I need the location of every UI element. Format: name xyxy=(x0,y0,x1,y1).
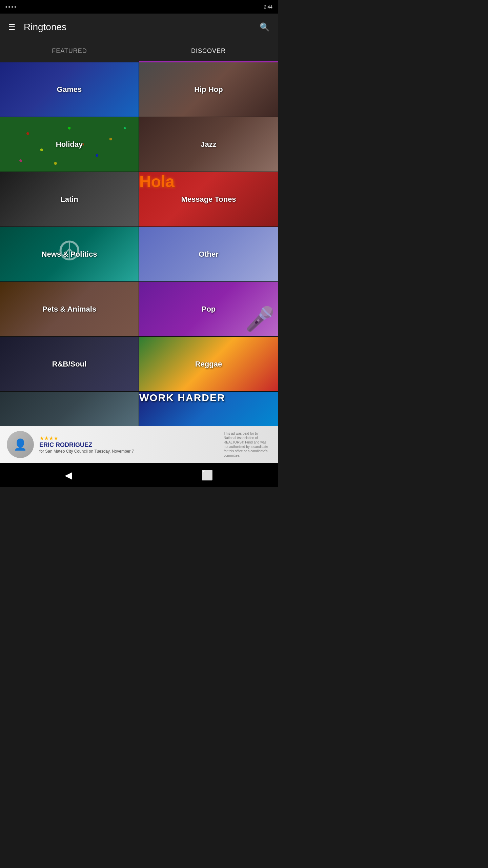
list-item[interactable] xyxy=(0,392,139,426)
list-item[interactable]: Pets & Animals xyxy=(0,282,139,336)
category-label: Jazz xyxy=(139,117,278,172)
tab-discover[interactable]: DISCOVER xyxy=(139,41,278,62)
list-item[interactable]: Hip Hop xyxy=(139,62,278,117)
menu-icon[interactable]: ☰ xyxy=(5,20,18,35)
category-label: Reggae xyxy=(139,337,278,391)
ad-person-name: ERIC RODRIGUEZ xyxy=(39,441,218,449)
ad-subtitle: for San Mateo City Council on Tuesday, N… xyxy=(39,449,218,454)
category-label: Pets & Animals xyxy=(0,282,139,336)
ad-banner[interactable]: 👤 ★★★★ ERIC RODRIGUEZ for San Mateo City… xyxy=(0,426,278,463)
list-item[interactable]: Reggae xyxy=(139,337,278,391)
list-item[interactable]: 🎤 Pop xyxy=(139,282,278,336)
tab-bar: FEATURED DISCOVER xyxy=(0,41,278,62)
category-label: Games xyxy=(0,62,139,117)
category-label: News & Politics xyxy=(0,227,139,281)
list-item[interactable]: Other xyxy=(139,227,278,281)
list-item[interactable]: R&B/Soul xyxy=(0,337,139,391)
category-label: Pop xyxy=(139,282,278,336)
list-item[interactable]: WORK HARDER xyxy=(139,392,278,426)
list-item[interactable]: Hola Message Tones xyxy=(139,172,278,226)
ad-content: 👤 ★★★★ ERIC RODRIGUEZ for San Mateo City… xyxy=(0,426,278,463)
list-item[interactable]: Latin xyxy=(0,172,139,226)
category-label: R&B/Soul xyxy=(0,337,139,391)
category-label: Hip Hop xyxy=(139,62,278,117)
toolbar: ☰ Ringtones 🔍 xyxy=(0,14,278,41)
category-label: Other xyxy=(139,227,278,281)
tab-featured[interactable]: FEATURED xyxy=(0,41,139,62)
home-button[interactable]: ⬜ xyxy=(195,466,220,484)
category-label xyxy=(0,392,139,426)
ad-avatar: 👤 xyxy=(7,431,34,458)
list-item[interactable]: Games xyxy=(0,62,139,117)
category-label: Message Tones xyxy=(139,172,278,226)
status-icons-right: 2:44 xyxy=(264,4,272,9)
person-icon: 👤 xyxy=(14,438,27,451)
time-display: 2:44 xyxy=(264,4,272,9)
notification-icons: ▪ ▪ ▪ ▪ xyxy=(5,4,16,9)
status-bar: ▪ ▪ ▪ ▪ 2:44 xyxy=(0,0,278,14)
category-grid: Games Hip Hop Holiday Jazz Latin Hola Me… xyxy=(0,62,278,426)
list-item[interactable]: ☮ News & Politics xyxy=(0,227,139,281)
category-label: Holiday xyxy=(0,117,139,172)
back-button[interactable]: ◀ xyxy=(58,466,79,484)
status-icons-left: ▪ ▪ ▪ ▪ xyxy=(5,4,16,9)
list-item[interactable]: Jazz xyxy=(139,117,278,172)
ad-text-block: ★★★★ ERIC RODRIGUEZ for San Mateo City C… xyxy=(39,435,218,454)
category-label: Latin xyxy=(0,172,139,226)
navigation-bar: ◀ ⬜ xyxy=(0,463,278,487)
list-item[interactable]: Holiday xyxy=(0,117,139,172)
category-label xyxy=(139,392,278,426)
ad-disclaimer: This ad was paid for by National Associa… xyxy=(224,431,271,458)
app-title: Ringtones xyxy=(24,22,251,33)
ad-stars: ★★★★ xyxy=(39,435,218,441)
search-icon[interactable]: 🔍 xyxy=(257,20,272,35)
